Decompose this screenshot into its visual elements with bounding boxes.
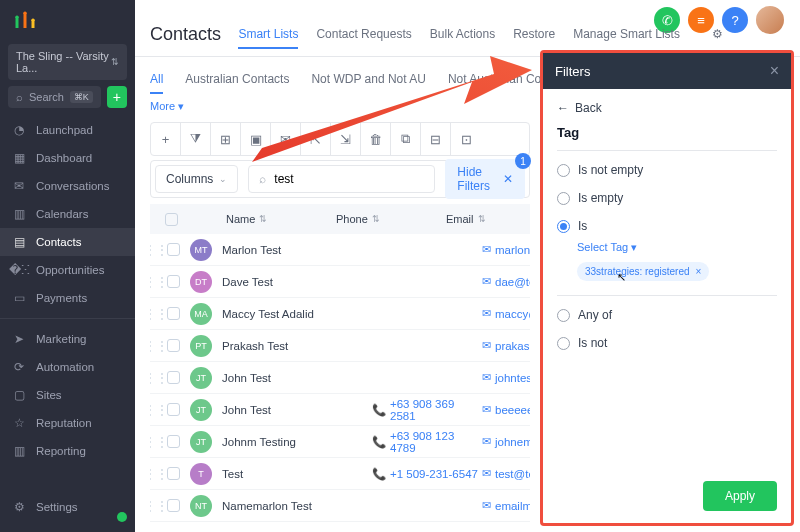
contact-phone[interactable]: 📞+63 908 123 4789 — [372, 430, 482, 454]
table-row[interactable]: ⋮⋮JTJohn Test✉johntest101@gmai — [150, 362, 530, 394]
mail-icon[interactable]: ✉ — [271, 123, 301, 155]
drag-handle[interactable]: ⋮⋮ — [150, 499, 162, 513]
workspace-selector[interactable]: The Sling -- Varsity La... ⇅ — [8, 44, 127, 80]
nav-sites[interactable]: ▢Sites — [0, 381, 135, 409]
drag-handle[interactable]: ⋮⋮ — [150, 243, 162, 257]
row-checkbox[interactable] — [162, 243, 184, 256]
nav-settings[interactable]: ⚙Settings — [0, 492, 135, 522]
row-checkbox[interactable] — [162, 339, 184, 352]
nav-payments[interactable]: ▭Payments — [0, 284, 135, 312]
drag-handle[interactable]: ⋮⋮ — [150, 371, 162, 385]
tab-restore[interactable]: Restore — [513, 27, 555, 49]
sidebar-search[interactable]: ⌕ Search ⌘K — [8, 86, 101, 108]
col-name[interactable]: Name⇅ — [186, 213, 336, 225]
import-icon[interactable]: ⇲ — [331, 123, 361, 155]
contact-phone[interactable]: 📞+1 509-231-6547 — [372, 467, 482, 481]
table-row[interactable]: ⋮⋮NTNamemarlon Test✉emailmarlonmares — [150, 490, 530, 522]
contact-email[interactable]: ✉beeeeejhonnntest — [482, 403, 530, 416]
row-checkbox[interactable] — [162, 435, 184, 448]
hide-filters-button[interactable]: Hide Filters ✕ 1 — [445, 159, 525, 199]
merge-icon[interactable]: ⊟ — [421, 123, 451, 155]
more-icon[interactable]: ⊡ — [451, 123, 481, 155]
list-all[interactable]: All — [150, 72, 163, 94]
row-checkbox[interactable] — [162, 499, 184, 512]
table-row[interactable]: ⋮⋮JTJohnm Testing📞+63 908 123 4789✉johne… — [150, 426, 530, 458]
add-contact-button[interactable]: + — [151, 123, 181, 155]
drag-handle[interactable]: ⋮⋮ — [150, 307, 162, 321]
chevron-updown-icon: ⇅ — [111, 57, 119, 67]
tag-icon[interactable]: ▣ — [241, 123, 271, 155]
nav-label: Reporting — [36, 445, 86, 457]
nav-reputation[interactable]: ☆Reputation — [0, 409, 135, 437]
option-is-not[interactable]: Is not — [557, 336, 777, 350]
nav-dashboard[interactable]: ▦Dashboard — [0, 144, 135, 172]
nav-conversations[interactable]: ✉Conversations — [0, 172, 135, 200]
table-row[interactable]: ⋮⋮JTJohn Test📞+63 908 369 2581✉beeeeejho… — [150, 394, 530, 426]
option-any-of[interactable]: Any of — [557, 308, 777, 322]
help-button[interactable]: ? — [722, 7, 748, 33]
contact-email[interactable]: ✉johntest101@gmai — [482, 371, 530, 384]
nav-automation[interactable]: ⟳Automation — [0, 353, 135, 381]
drag-handle[interactable]: ⋮⋮ — [150, 275, 162, 289]
drag-handle[interactable]: ⋮⋮ — [150, 435, 162, 449]
table-row[interactable]: ⋮⋮TTest📞+1 509-231-6547✉test@test.com — [150, 458, 530, 490]
settings-icon[interactable]: ⚙ — [712, 27, 723, 49]
col-email[interactable]: Email⇅ — [446, 213, 530, 225]
nav-reporting[interactable]: ▥Reporting — [0, 437, 135, 465]
option-is-empty[interactable]: Is empty — [557, 191, 777, 205]
table-row[interactable]: ⋮⋮DTDave Test✉dae@test.com — [150, 266, 530, 298]
nav-contacts[interactable]: ▤Contacts — [0, 228, 135, 256]
export-icon[interactable]: ⇱ — [301, 123, 331, 155]
avatar[interactable] — [756, 6, 784, 34]
copy-icon[interactable]: ⧉ — [391, 123, 421, 155]
tab-smart-lists[interactable]: Smart Lists — [238, 27, 298, 49]
drag-handle[interactable]: ⋮⋮ — [150, 403, 162, 417]
more-lists[interactable]: More ▾ — [150, 100, 184, 113]
select-tag-dropdown[interactable]: Select Tag ▾ — [577, 241, 777, 254]
col-phone[interactable]: Phone⇅ — [336, 213, 446, 225]
row-checkbox[interactable] — [162, 467, 184, 480]
row-checkbox[interactable] — [162, 307, 184, 320]
nav-calendars[interactable]: ▥Calendars — [0, 200, 135, 228]
list-not-wdp[interactable]: Not WDP and Not AU — [311, 72, 426, 94]
trash-icon[interactable]: 🗑 — [361, 123, 391, 155]
option-is-not-empty[interactable]: Is not empty — [557, 163, 777, 177]
contact-phone[interactable]: 📞+63 908 369 2581 — [372, 398, 482, 422]
remove-chip-button[interactable]: × — [696, 266, 702, 277]
bot-icon[interactable]: ⊞ — [211, 123, 241, 155]
contact-email[interactable]: ✉maccy@enzango.co — [482, 307, 530, 320]
nav-label: Reputation — [36, 417, 92, 429]
add-button[interactable]: + — [107, 86, 127, 108]
apply-button[interactable]: Apply — [703, 481, 777, 511]
contact-email[interactable]: ✉emailmarlonmares — [482, 499, 530, 512]
table-row[interactable]: ⋮⋮PTPrakash Test✉prakashghl996@g — [150, 330, 530, 362]
contact-email[interactable]: ✉marlon@test.com — [482, 243, 530, 256]
tab-contact-requests[interactable]: Contact Requests — [316, 27, 411, 49]
table-row[interactable]: ⋮⋮MAMaccy Test Adalid✉maccy@enzango.co — [150, 298, 530, 330]
filter-icon[interactable]: ⧩ — [181, 123, 211, 155]
close-panel-button[interactable]: × — [770, 62, 779, 80]
avatar: JT — [190, 367, 212, 389]
row-checkbox[interactable] — [162, 371, 184, 384]
select-all-checkbox[interactable] — [156, 213, 186, 226]
contact-email[interactable]: ✉test@test.com — [482, 467, 530, 480]
option-is[interactable]: Is — [557, 219, 777, 233]
search-input[interactable] — [274, 172, 424, 186]
nav-opportunities[interactable]: �ⵘOpportunities — [0, 256, 135, 284]
list-australian[interactable]: Australian Contacts — [185, 72, 289, 94]
drag-handle[interactable]: ⋮⋮ — [150, 467, 162, 481]
nav-launchpad[interactable]: ◔Launchpad — [0, 116, 135, 144]
table-row[interactable]: ⋮⋮MTMarlon Test✉marlon@test.com — [150, 234, 530, 266]
sidebar: The Sling -- Varsity La... ⇅ ⌕ Search ⌘K… — [0, 0, 135, 532]
contact-email[interactable]: ✉dae@test.com — [482, 275, 530, 288]
back-button[interactable]: ← Back — [557, 101, 777, 115]
tab-bulk-actions[interactable]: Bulk Actions — [430, 27, 495, 49]
columns-dropdown[interactable]: Columns ⌄ — [155, 165, 238, 193]
drag-handle[interactable]: ⋮⋮ — [150, 339, 162, 353]
contact-email[interactable]: ✉johnembuentest01 — [482, 435, 530, 448]
row-checkbox[interactable] — [162, 403, 184, 416]
row-checkbox[interactable] — [162, 275, 184, 288]
contact-email[interactable]: ✉prakashghl996@g — [482, 339, 530, 352]
tab-manage-lists[interactable]: Manage Smart Lists — [573, 27, 680, 49]
nav-marketing[interactable]: ➤Marketing — [0, 325, 135, 353]
